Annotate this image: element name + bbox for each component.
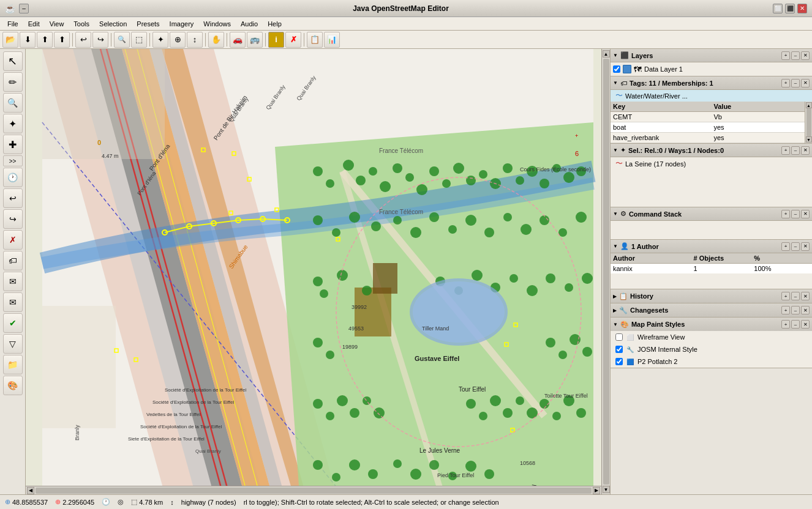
download-button[interactable]: ⬇: [20, 32, 36, 48]
filter-tool[interactable]: ▽: [3, 334, 23, 354]
scroll-thumb-h[interactable]: [36, 488, 592, 494]
history-button[interactable]: 📋: [307, 32, 323, 48]
menu-tools[interactable]: Tools: [69, 19, 94, 29]
paint-remove-button[interactable]: –: [791, 320, 800, 329]
tags-scroll-down[interactable]: ▼: [806, 136, 812, 143]
menu-audio[interactable]: Audio: [236, 19, 263, 29]
scroll-right-arrow[interactable]: ▶: [593, 487, 600, 494]
zoom-button[interactable]: 🔍: [114, 32, 130, 48]
tags-scroll-thumb[interactable]: [806, 108, 811, 136]
map-area[interactable]: Pont d'Iéna Pont d'Iéna Pont de Bir-Hake…: [26, 49, 610, 494]
folder-tool[interactable]: 📁: [3, 355, 23, 374]
sel-item-seine[interactable]: 〜 La Seine (17 nodes): [611, 157, 812, 170]
node-tool[interactable]: ✦: [3, 114, 23, 133]
mail-tool[interactable]: ✉: [3, 292, 23, 312]
select-tool[interactable]: ↖: [3, 51, 23, 71]
tags-scroll-up[interactable]: ▲: [806, 102, 812, 108]
author-header[interactable]: ▼ 👤 1 Author + – ✕: [611, 240, 812, 253]
paint-item-josm[interactable]: 🔧 JOSM Internal Style: [611, 343, 812, 355]
tag-row-cemt[interactable]: CEMT Vb: [611, 112, 812, 122]
tag-editor-tool[interactable]: 🏷: [3, 251, 23, 270]
minimize-button2[interactable]: ⬜: [773, 4, 783, 13]
tags-header[interactable]: ▼ 🏷 Tags: 11 / Memberships: 1 + – ✕: [611, 76, 812, 90]
tags-close-button[interactable]: ✕: [801, 79, 810, 87]
menu-selection[interactable]: Selection: [94, 19, 132, 29]
check-tool[interactable]: ✔: [3, 313, 23, 333]
tag-row-riverbank[interactable]: have_riverbank yes: [611, 133, 812, 143]
tags-remove-button[interactable]: –: [791, 79, 800, 87]
chart-button[interactable]: 📊: [324, 32, 340, 48]
restore-button[interactable]: ⬛: [785, 4, 795, 13]
history-tool[interactable]: 🕐: [3, 168, 23, 187]
palette-tool[interactable]: 🎨: [3, 376, 23, 395]
map-paint-header[interactable]: ▼ 🎨 Map Paint Styles + – ✕: [611, 318, 812, 331]
author-add-button[interactable]: +: [781, 242, 790, 251]
history-close-button[interactable]: ✕: [801, 292, 810, 300]
paint-item-wireframe[interactable]: ⬜ Wireframe View: [611, 331, 812, 343]
changesets-remove-button[interactable]: –: [791, 306, 800, 314]
paint-add-button[interactable]: +: [781, 320, 790, 329]
changesets-close-button[interactable]: ✕: [801, 306, 810, 314]
scroll-left-arrow[interactable]: ◀: [27, 487, 34, 494]
pan-button[interactable]: ✋: [208, 32, 224, 48]
info-button[interactable]: i: [268, 32, 284, 48]
upload-tool[interactable]: ✉: [3, 272, 23, 291]
cancel-button[interactable]: ✗: [285, 32, 301, 48]
undo-button[interactable]: ↩: [75, 32, 91, 48]
scroll-down-arrow[interactable]: ▼: [603, 486, 610, 493]
sel-close-button[interactable]: ✕: [801, 146, 810, 155]
wireframe-checkbox[interactable]: [615, 333, 623, 341]
changesets-add-button[interactable]: +: [781, 306, 790, 314]
layers-remove-button[interactable]: –: [791, 51, 800, 60]
upload-button[interactable]: ⬆: [37, 32, 53, 48]
menu-presets[interactable]: Presets: [132, 19, 164, 29]
layers-add-button[interactable]: +: [781, 51, 790, 60]
layer-vis-button[interactable]: [623, 65, 631, 73]
map-vscroll[interactable]: ▲ ▼: [601, 49, 610, 494]
layer-item-data1[interactable]: 🗺 Data Layer 1: [611, 62, 812, 76]
tags-add-button[interactable]: +: [781, 79, 790, 87]
tags-vscroll[interactable]: ▲ ▼: [805, 102, 812, 143]
potlatch-checkbox[interactable]: [615, 358, 623, 365]
history-remove-button[interactable]: –: [791, 292, 800, 300]
sel-header[interactable]: ▼ ✦ Sel.: Rel.:0 / Ways:1 / Nodes:0 + – …: [611, 144, 812, 157]
cmd-close-button[interactable]: ✕: [801, 210, 810, 218]
car-button[interactable]: 🚗: [230, 32, 246, 48]
close-button[interactable]: ✕: [797, 4, 807, 13]
bus-button[interactable]: 🚌: [247, 32, 263, 48]
scroll-up-arrow[interactable]: ▲: [603, 50, 610, 58]
edit-nodes-button[interactable]: ✦: [152, 32, 168, 48]
paint-close-button[interactable]: ✕: [801, 320, 810, 329]
upload2-button[interactable]: ⬆: [54, 32, 70, 48]
map-hscroll[interactable]: ◀ ▶: [26, 486, 601, 494]
scroll-thumb-v[interactable]: [603, 59, 609, 485]
layers-close-button[interactable]: ✕: [801, 51, 810, 60]
menu-view[interactable]: View: [45, 19, 69, 29]
expand-button[interactable]: >>: [3, 155, 23, 166]
redo-tool[interactable]: ↪: [3, 209, 23, 229]
cmd-remove-button[interactable]: –: [791, 210, 800, 218]
menu-help[interactable]: Help: [263, 19, 287, 29]
layers-header[interactable]: ▼ ⬛ Layers + – ✕: [611, 49, 812, 62]
sel-remove-button[interactable]: –: [791, 146, 800, 155]
menu-imagery[interactable]: Imagery: [165, 19, 199, 29]
author-close-button[interactable]: ✕: [801, 242, 810, 251]
draw-tool[interactable]: ✏: [3, 72, 23, 92]
cmd-header[interactable]: ▼ ⚙ Command Stack + – ✕: [611, 207, 812, 221]
layer-checkbox[interactable]: [613, 65, 620, 73]
delete-tool[interactable]: ✗: [3, 230, 23, 250]
menu-edit[interactable]: Edit: [23, 19, 45, 29]
edit-ways-button[interactable]: ⊕: [170, 32, 186, 48]
changesets-header[interactable]: ▶ 🔧 Changesets + – ✕: [611, 303, 812, 317]
zoom-in-tool[interactable]: 🔍: [3, 93, 23, 113]
history-add-button[interactable]: +: [781, 292, 790, 300]
tag-row-boat[interactable]: boat yes: [611, 122, 812, 133]
undo-tool[interactable]: ↩: [3, 188, 23, 208]
history-header[interactable]: ▶ 📋 History + – ✕: [611, 289, 812, 303]
map-canvas[interactable]: Pont d'Iéna Pont d'Iéna Pont de Bir-Hake…: [26, 49, 610, 494]
menu-windows[interactable]: Windows: [198, 19, 236, 29]
open-button[interactable]: 📂: [2, 32, 18, 48]
merge-button[interactable]: ↕: [187, 32, 203, 48]
josm-checkbox[interactable]: [615, 346, 623, 353]
sel-add-button[interactable]: +: [781, 146, 790, 155]
